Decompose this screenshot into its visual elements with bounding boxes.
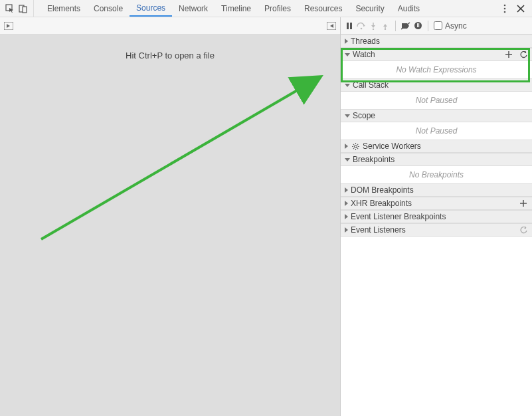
section-scope-label: Scope [353, 111, 528, 120]
inspect-element-icon[interactable] [5, 4, 15, 13]
section-breakpoints-label: Breakpoints [353, 155, 528, 164]
section-service-workers-label: Service Workers [363, 142, 528, 151]
section-service-workers[interactable]: Service Workers [341, 140, 532, 153]
chevron-right-icon [345, 227, 348, 233]
tab-network[interactable]: Network [172, 0, 215, 17]
pause-icon[interactable] [345, 21, 354, 31]
section-watch[interactable]: Watch [341, 48, 532, 61]
tab-profiles[interactable]: Profiles [258, 0, 298, 17]
add-watch-icon[interactable] [504, 50, 513, 59]
section-callstack-body: Not Paused [341, 92, 532, 109]
refresh-event-listeners-icon[interactable] [519, 225, 528, 235]
devtools-topbar: Elements Console Sources Network Timelin… [0, 0, 532, 17]
panel-tabs: Elements Console Sources Network Timelin… [34, 0, 426, 17]
open-file-hint: Hit Ctrl+P to open a file [0, 51, 340, 60]
svg-point-10 [361, 27, 363, 29]
chevron-right-icon [345, 39, 348, 44]
svg-line-25 [357, 144, 358, 144]
step-into-icon[interactable] [369, 21, 378, 31]
topbar-right-icons [500, 4, 532, 13]
svg-point-5 [504, 11, 506, 13]
svg-point-17 [354, 145, 357, 148]
svg-rect-16 [418, 23, 419, 27]
chevron-down-icon [345, 84, 350, 87]
section-callstack[interactable]: Call Stack [341, 78, 532, 92]
section-xhr-breakpoints-label: XHR Breakpoints [351, 199, 516, 208]
gear-icon [351, 142, 360, 151]
pause-on-exceptions-icon[interactable] [413, 21, 422, 31]
step-out-icon[interactable] [381, 21, 390, 31]
section-event-listeners[interactable]: Event Listeners [341, 223, 532, 237]
svg-line-24 [353, 148, 353, 149]
chevron-right-icon [345, 201, 348, 206]
topbar-left-icons [0, 0, 34, 17]
section-threads[interactable]: Threads [341, 35, 532, 48]
editor-body: Hit Ctrl+P to open a file [0, 35, 340, 416]
chevron-right-icon [345, 187, 348, 193]
svg-point-3 [504, 4, 506, 6]
section-watch-label: Watch [353, 50, 501, 59]
tab-elements[interactable]: Elements [41, 0, 87, 17]
tab-resources[interactable]: Resources [298, 0, 349, 17]
chevron-right-icon [345, 144, 348, 149]
svg-rect-8 [347, 23, 349, 29]
svg-point-11 [373, 28, 374, 29]
section-scope-body: Not Paused [341, 122, 532, 140]
editor-toolbar [0, 17, 340, 35]
show-navigator-icon[interactable] [4, 21, 13, 31]
svg-point-4 [504, 7, 506, 9]
section-threads-label: Threads [351, 37, 528, 46]
section-event-listener-breakpoints[interactable]: Event Listener Breakpoints [341, 210, 532, 223]
show-debugger-icon[interactable] [327, 21, 336, 31]
tab-audits[interactable]: Audits [391, 0, 426, 17]
editor-column: Hit Ctrl+P to open a file [0, 17, 340, 416]
tab-security[interactable]: Security [349, 0, 391, 17]
chevron-down-icon [345, 158, 350, 161]
kebab-menu-icon[interactable] [500, 4, 509, 13]
async-checkbox[interactable] [434, 21, 442, 30]
section-xhr-breakpoints[interactable]: XHR Breakpoints [341, 197, 532, 210]
section-watch-body: No Watch Expressions [341, 61, 532, 78]
svg-rect-15 [417, 23, 418, 27]
section-scope[interactable]: Scope [341, 109, 532, 122]
tab-timeline[interactable]: Timeline [215, 0, 258, 17]
section-callstack-label: Call Stack [353, 80, 528, 90]
section-breakpoints[interactable]: Breakpoints [341, 153, 532, 166]
svg-rect-2 [23, 7, 27, 13]
close-icon[interactable] [516, 4, 525, 13]
async-label: Async [445, 21, 467, 31]
chevron-down-icon [345, 53, 350, 56]
svg-point-12 [385, 28, 386, 29]
chevron-down-icon [345, 114, 350, 118]
main-area: Hit Ctrl+P to open a file [0, 17, 532, 416]
debugger-sidebar: Async Threads Watch No Watch Expressions [340, 17, 532, 416]
svg-line-22 [353, 144, 353, 144]
tab-sources[interactable]: Sources [130, 0, 172, 17]
svg-rect-9 [350, 23, 352, 29]
add-xhr-bp-icon[interactable] [519, 199, 528, 208]
section-event-listener-breakpoints-label: Event Listener Breakpoints [351, 212, 528, 221]
debugger-toolbar: Async [341, 17, 532, 35]
section-dom-breakpoints[interactable]: DOM Breakpoints [341, 183, 532, 197]
async-toggle[interactable]: Async [434, 21, 467, 31]
step-over-icon[interactable] [357, 21, 366, 31]
svg-line-23 [357, 148, 358, 149]
section-event-listeners-label: Event Listeners [351, 225, 516, 235]
chevron-right-icon [345, 214, 348, 219]
toggle-device-icon[interactable] [19, 4, 28, 13]
section-dom-breakpoints-label: DOM Breakpoints [351, 185, 528, 195]
section-breakpoints-body: No Breakpoints [341, 166, 532, 183]
svg-point-14 [414, 22, 422, 29]
tab-console[interactable]: Console [87, 0, 130, 17]
deactivate-breakpoints-icon[interactable] [401, 21, 410, 31]
refresh-watch-icon[interactable] [519, 50, 528, 59]
